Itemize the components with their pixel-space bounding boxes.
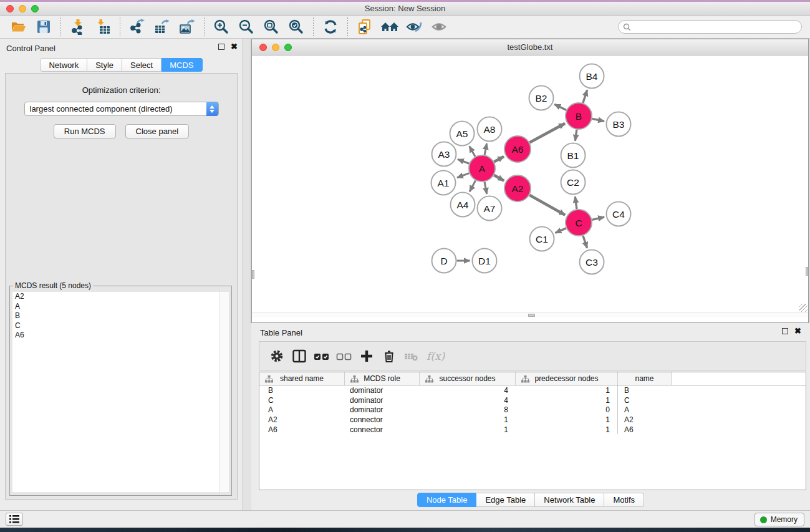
tab-style[interactable]: Style bbox=[87, 58, 122, 72]
import-table-icon[interactable] bbox=[92, 17, 113, 37]
cell-predecessor-nodes[interactable]: 1 bbox=[516, 385, 618, 395]
result-item[interactable]: B bbox=[12, 311, 219, 321]
minimize-window-button[interactable] bbox=[19, 5, 26, 12]
cell-successor-nodes[interactable]: 1 bbox=[420, 425, 516, 435]
table-row[interactable]: Cdominator41C bbox=[259, 395, 806, 405]
export-image-icon[interactable] bbox=[176, 17, 198, 37]
cell-MCDS-role[interactable]: connector bbox=[345, 425, 420, 435]
cell-name[interactable]: B bbox=[618, 385, 672, 395]
zoom-fit-icon[interactable] bbox=[261, 17, 282, 37]
cell-name[interactable]: A bbox=[618, 405, 672, 415]
close-panel-button[interactable]: Close panel bbox=[125, 124, 190, 138]
function-builder-icon[interactable]: f(x) bbox=[427, 350, 445, 362]
table-row[interactable]: Bdominator41B bbox=[259, 385, 806, 395]
graph-edge-A-A1[interactable] bbox=[457, 173, 469, 178]
add-column-icon[interactable] bbox=[355, 345, 378, 367]
node-table[interactable]: shared nameMCDS rolesuccessor nodesprede… bbox=[259, 372, 806, 490]
cell-predecessor-nodes[interactable]: 1 bbox=[516, 425, 618, 435]
graph-edge-A2-C[interactable] bbox=[529, 195, 565, 215]
result-item[interactable]: A6 bbox=[12, 331, 219, 341]
result-item[interactable]: A bbox=[12, 302, 219, 312]
zoom-selected-icon[interactable] bbox=[286, 17, 307, 37]
cell-MCDS-role[interactable]: dominator bbox=[345, 405, 420, 415]
cell-MCDS-role[interactable]: dominator bbox=[345, 395, 420, 405]
cell-predecessor-nodes[interactable]: 1 bbox=[516, 395, 618, 405]
zoom-network-button[interactable] bbox=[284, 44, 292, 51]
tab-network-table[interactable]: Network Table bbox=[535, 493, 604, 507]
run-mcds-button[interactable]: Run MCDS bbox=[54, 124, 116, 138]
cell-predecessor-nodes[interactable]: 1 bbox=[516, 415, 618, 425]
cell-predecessor-nodes[interactable]: 0 bbox=[516, 405, 618, 415]
column-header-MCDS-role[interactable]: MCDS role bbox=[345, 372, 420, 385]
tab-select[interactable]: Select bbox=[122, 58, 162, 72]
cell-shared-name[interactable]: A6 bbox=[259, 425, 345, 435]
export-table-icon[interactable] bbox=[152, 17, 173, 37]
memory-button[interactable]: Memory bbox=[755, 513, 804, 526]
tab-node-table[interactable]: Node Table bbox=[417, 493, 477, 507]
graph-edge-B-B3[interactable] bbox=[592, 118, 604, 121]
network-graph[interactable]: B4B2BB3A5A8A6A3B1AA1C2A2A4A7C4CC1DD1C3 bbox=[252, 56, 808, 312]
mcds-result-list[interactable]: A2ABCA6 bbox=[12, 292, 219, 492]
graph-edge-A-A3[interactable] bbox=[458, 159, 469, 163]
cell-successor-nodes[interactable]: 8 bbox=[420, 405, 516, 415]
result-scrollbar[interactable] bbox=[219, 292, 229, 492]
zoom-window-button[interactable] bbox=[31, 5, 39, 12]
graph-edge-C-C1[interactable] bbox=[556, 228, 566, 233]
vertical-scrollbar-right-thumb[interactable] bbox=[806, 267, 808, 276]
export-network-icon[interactable] bbox=[127, 17, 148, 37]
result-item[interactable]: C bbox=[12, 321, 219, 331]
tab-edge-table[interactable]: Edge Table bbox=[476, 493, 535, 507]
cell-name[interactable]: A2 bbox=[618, 415, 672, 425]
graph-edge-C-C3[interactable] bbox=[583, 236, 587, 248]
table-settings-icon[interactable] bbox=[266, 345, 288, 367]
cell-shared-name[interactable]: A2 bbox=[259, 415, 345, 425]
graph-edge-A-A2[interactable] bbox=[494, 175, 504, 181]
delete-table-icon[interactable] bbox=[400, 345, 423, 367]
search-input[interactable] bbox=[618, 20, 802, 34]
close-table-panel-icon[interactable]: ✖ bbox=[794, 328, 801, 334]
graph-edge-C-C2[interactable] bbox=[575, 196, 577, 209]
cell-shared-name[interactable]: C bbox=[259, 395, 345, 405]
cell-shared-name[interactable]: B bbox=[259, 385, 345, 395]
delete-column-icon[interactable] bbox=[378, 345, 400, 367]
cell-successor-nodes[interactable]: 4 bbox=[420, 395, 516, 405]
graph-edge-B-B1[interactable] bbox=[575, 130, 577, 141]
graph-edge-B-B4[interactable] bbox=[583, 90, 587, 103]
cell-successor-nodes[interactable]: 4 bbox=[420, 385, 516, 395]
graph-edge-A-A8[interactable] bbox=[485, 143, 486, 155]
zoom-out-icon[interactable] bbox=[236, 17, 257, 37]
cell-name[interactable]: C bbox=[618, 395, 672, 405]
graph-edge-A6-B[interactable] bbox=[529, 123, 565, 143]
table-row[interactable]: Adominator80A bbox=[259, 405, 806, 415]
close-network-button[interactable] bbox=[259, 44, 267, 51]
graph-edge-C-C4[interactable] bbox=[592, 217, 604, 220]
vertical-scrollbar-left-thumb[interactable] bbox=[252, 270, 254, 279]
cell-shared-name[interactable]: A bbox=[259, 405, 345, 415]
network-from-selection-icon[interactable] bbox=[354, 17, 375, 37]
graph-edge-A-A4[interactable] bbox=[470, 180, 476, 191]
cell-MCDS-role[interactable]: dominator bbox=[345, 385, 420, 395]
tab-network[interactable]: Network bbox=[40, 58, 87, 72]
criterion-select[interactable]: largest connected component (directed) bbox=[24, 102, 219, 116]
graph-edge-B-B2[interactable] bbox=[554, 104, 566, 110]
horizontal-scrollbar[interactable] bbox=[252, 312, 808, 317]
import-network-icon[interactable] bbox=[67, 17, 89, 37]
minimize-network-button[interactable] bbox=[272, 44, 279, 51]
tab-mcds[interactable]: MCDS bbox=[162, 58, 202, 72]
horizontal-scrollbar-thumb[interactable] bbox=[528, 314, 535, 317]
cell-successor-nodes[interactable]: 1 bbox=[420, 415, 516, 425]
show-columns-icon[interactable] bbox=[288, 345, 311, 367]
open-folder-icon[interactable] bbox=[8, 17, 29, 37]
network-canvas[interactable]: B4B2BB3A5A8A6A3B1AA1C2A2A4A7C4CC1DD1C3 bbox=[252, 56, 808, 317]
tab-motifs[interactable]: Motifs bbox=[604, 493, 644, 507]
deselect-all-rows-icon[interactable] bbox=[333, 345, 355, 367]
apply-layout-icon[interactable] bbox=[320, 17, 341, 37]
column-header-name[interactable]: name bbox=[618, 372, 672, 385]
cell-name[interactable]: A6 bbox=[618, 425, 672, 435]
column-header-predecessor-nodes[interactable]: predecessor nodes bbox=[516, 372, 618, 385]
close-window-button[interactable] bbox=[6, 5, 14, 12]
select-all-rows-icon[interactable] bbox=[311, 345, 333, 367]
graphics-details-icon[interactable] bbox=[404, 17, 425, 37]
graph-edge-A-A5[interactable] bbox=[470, 146, 475, 156]
task-history-button[interactable] bbox=[6, 513, 23, 526]
